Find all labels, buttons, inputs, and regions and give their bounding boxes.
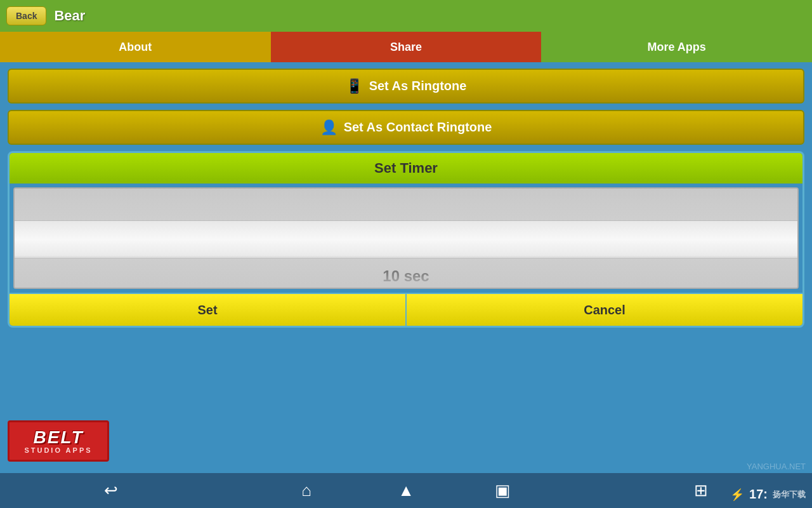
logo-box: BELT STUDIO APPS: [8, 420, 109, 462]
nav-back-button[interactable]: ↩: [100, 477, 122, 504]
set-contact-ringtone-label: Set As Contact Ringtone: [344, 120, 492, 135]
timer-picker[interactable]: 5 sec 10 sec 15 sec: [13, 187, 799, 289]
timer-buttons: Set Cancel: [10, 293, 802, 326]
timer-title: Set Timer: [374, 160, 438, 177]
watermark: YANGHUA.NET: [747, 462, 806, 471]
nav-home-button[interactable]: ⌂: [298, 477, 315, 504]
tab-more-apps[interactable]: More Apps: [541, 32, 812, 62]
timer-header: Set Timer: [10, 153, 802, 184]
tab-about[interactable]: About: [0, 32, 271, 62]
app-title: Bear: [54, 8, 85, 24]
header-bar: Back Bear: [0, 0, 812, 32]
usb-icon: ⚡: [730, 488, 744, 502]
back-button[interactable]: Back: [6, 6, 46, 25]
picker-highlight: [15, 220, 797, 258]
nav-recent-button[interactable]: ▣: [491, 477, 514, 504]
nav-up-button[interactable]: ▲: [394, 477, 418, 504]
set-ringtone-label: Set As Ringtone: [369, 79, 467, 93]
ringtone-icon: 📱: [346, 78, 363, 95]
cancel-timer-button[interactable]: Cancel: [407, 294, 802, 326]
status-right: ⚡ 17: 扬华下载: [730, 487, 806, 502]
logo-area: BELT STUDIO APPS: [8, 420, 112, 465]
nav-scan-button[interactable]: ⊞: [690, 477, 712, 504]
logo-text-studio: STUDIO APPS: [24, 446, 92, 454]
set-timer-button[interactable]: Set: [10, 294, 407, 326]
clock-text: 17:: [749, 487, 768, 502]
set-ringtone-button[interactable]: 📱 Set As Ringtone: [8, 69, 804, 104]
tab-bar: About Share More Apps: [0, 32, 812, 62]
nav-bar: ↩ ⌂ ▣ ⊞ ▲ ⚡ 17: 扬华下载: [0, 473, 812, 508]
contact-icon: 👤: [320, 119, 337, 136]
timer-dialog: Set Timer 5 sec 10 sec 15 sec Set Cancel: [8, 151, 804, 328]
picker-item-10sec[interactable]: 10 sec: [15, 258, 797, 289]
picker-item-empty-top: [15, 189, 797, 224]
main-content: 📱 Set As Ringtone 👤 Set As Contact Ringt…: [0, 62, 812, 473]
set-contact-ringtone-button[interactable]: 👤 Set As Contact Ringtone: [8, 110, 804, 145]
logo-text-belt: BELT: [33, 429, 83, 446]
extra-status: 扬华下载: [773, 489, 806, 500]
tab-share[interactable]: Share: [271, 32, 542, 62]
